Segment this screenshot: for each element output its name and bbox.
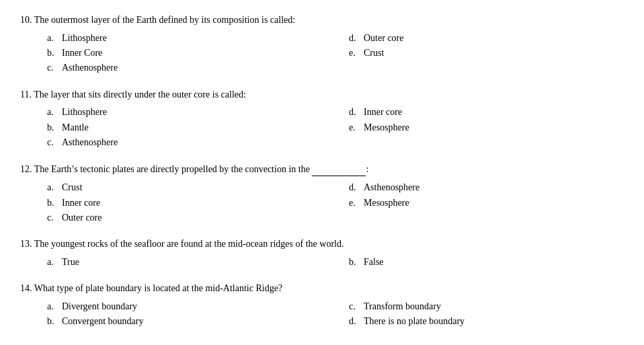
question-text: 12. The Earth’s tectonic plates are dire…: [20, 163, 624, 177]
option-row: b.Convergent boundary: [47, 314, 322, 329]
options-grid: a.Crustb.Inner corec.Outer cored.Astheno…: [47, 180, 624, 225]
option-text: Asthenosphere: [62, 135, 118, 150]
option-text: Asthenosphere: [62, 61, 118, 75]
option-text: Convergent boundary: [62, 314, 143, 329]
option-row: e.Mesosphere: [349, 196, 624, 210]
option-letter: b.: [47, 120, 62, 135]
question-block: 11. The layer that sits directly under t…: [20, 88, 624, 151]
question-block: 14. What type of plate boundary is locat…: [20, 282, 624, 329]
option-letter: a.: [47, 31, 62, 46]
option-text: Lithosphere: [62, 105, 107, 120]
options-left: a.Divergent boundaryb.Convergent boundar…: [47, 299, 322, 330]
option-letter: a.: [47, 105, 62, 120]
options-right: c.Transform boundaryd.There is no plate …: [349, 299, 624, 330]
options-left: a.True: [47, 255, 322, 270]
option-row: c.Asthenosphere: [47, 135, 322, 150]
options-left: a.Lithosphereb.Mantlec.Asthenosphere: [47, 105, 322, 150]
option-letter: b.: [349, 255, 364, 270]
option-row: b.Inner core: [47, 196, 322, 210]
options-right: d.Asthenospheree.Mesosphere: [349, 180, 624, 225]
option-text: Crust: [364, 46, 384, 61]
option-letter: c.: [47, 61, 62, 75]
option-row: b.Mantle: [47, 120, 322, 135]
option-text: Asthenosphere: [364, 180, 419, 195]
option-text: Inner core: [364, 105, 402, 120]
question-text: 11. The layer that sits directly under t…: [20, 88, 624, 102]
option-letter: c.: [47, 135, 62, 150]
option-text: Crust: [62, 180, 82, 195]
option-letter: e.: [349, 46, 364, 61]
option-letter: b.: [47, 314, 62, 329]
option-row: a.Lithosphere: [47, 31, 322, 46]
option-letter: a.: [47, 255, 62, 270]
option-letter: c.: [349, 299, 364, 314]
option-row: d.Asthenosphere: [349, 180, 624, 195]
options-left: a.Lithosphereb.Inner Corec.Asthenosphere: [47, 31, 322, 76]
option-text: Mantle: [62, 120, 89, 135]
option-letter: d.: [349, 105, 364, 120]
option-letter: a.: [47, 180, 62, 195]
options-grid: a.Lithosphereb.Inner Corec.Asthenosphere…: [47, 31, 624, 76]
option-text: Lithosphere: [62, 31, 107, 46]
option-letter: d.: [349, 180, 364, 195]
option-row: e.Crust: [349, 46, 624, 61]
option-row: b.Inner Core: [47, 46, 322, 61]
option-letter: b.: [47, 196, 62, 210]
option-letter: e.: [349, 120, 364, 135]
option-row: c.Outer core: [47, 210, 322, 225]
option-row: c.Asthenosphere: [47, 61, 322, 75]
option-letter: c.: [47, 210, 62, 225]
option-row: c.Transform boundary: [349, 299, 624, 314]
option-text: Divergent boundary: [62, 299, 137, 314]
option-text: There is no plate boundary: [364, 314, 465, 329]
options-grid: a.Trueb.False: [47, 255, 624, 270]
option-letter: b.: [47, 46, 62, 61]
option-text: False: [364, 255, 384, 270]
option-text: Inner core: [62, 196, 100, 210]
option-row: b.False: [349, 255, 624, 270]
option-text: Outer core: [62, 210, 102, 225]
option-text: Transform boundary: [364, 299, 441, 314]
option-row: e.Mesosphere: [349, 120, 624, 135]
option-text: Mesosphere: [364, 120, 409, 135]
question-text: 13. The youngest rocks of the seafloor a…: [20, 237, 624, 251]
question-block: 12. The Earth’s tectonic plates are dire…: [20, 163, 624, 226]
option-text: Outer core: [364, 31, 403, 46]
options-right: d.Outer coree.Crust: [349, 31, 624, 76]
option-letter: e.: [349, 196, 364, 210]
option-row: d.There is no plate boundary: [349, 314, 624, 329]
option-text: True: [62, 255, 79, 270]
quiz-container: 10. The outermost layer of the Earth def…: [20, 13, 624, 330]
option-row: a.True: [47, 255, 322, 270]
option-row: d.Inner core: [349, 105, 624, 120]
option-letter: a.: [47, 299, 62, 314]
options-right: d.Inner coree.Mesosphere: [349, 105, 624, 150]
options-grid: a.Divergent boundaryb.Convergent boundar…: [47, 299, 624, 330]
option-letter: d.: [349, 31, 364, 46]
option-letter: d.: [349, 314, 364, 329]
option-row: a.Crust: [47, 180, 322, 195]
options-left: a.Crustb.Inner corec.Outer core: [47, 180, 322, 225]
options-right: b.False: [349, 255, 624, 270]
question-block: 13. The youngest rocks of the seafloor a…: [20, 237, 624, 270]
option-row: a.Lithosphere: [47, 105, 322, 120]
option-row: a.Divergent boundary: [47, 299, 322, 314]
question-block: 10. The outermost layer of the Earth def…: [20, 13, 624, 76]
option-text: Mesosphere: [364, 196, 409, 210]
question-text: 14. What type of plate boundary is locat…: [20, 282, 624, 295]
options-grid: a.Lithosphereb.Mantlec.Asthenosphered.In…: [47, 105, 624, 150]
option-text: Inner Core: [62, 46, 102, 61]
question-text: 10. The outermost layer of the Earth def…: [20, 13, 624, 27]
option-row: d.Outer core: [349, 31, 624, 46]
